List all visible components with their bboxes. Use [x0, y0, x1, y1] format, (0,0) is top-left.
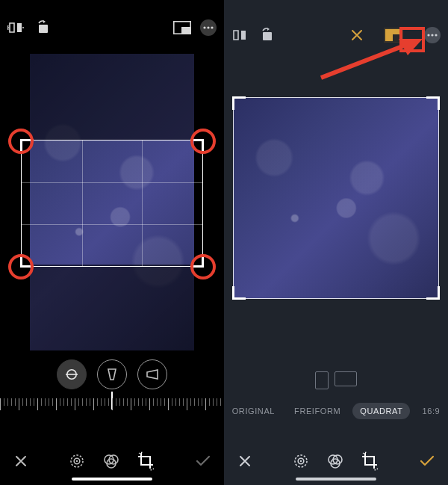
done-button[interactable] — [420, 455, 435, 467]
angle-ruler[interactable] — [0, 394, 224, 415]
aspect-ratio-icon[interactable] — [384, 28, 403, 43]
canvas[interactable] — [224, 75, 448, 358]
svg-point-26 — [300, 460, 302, 462]
crop-tab-icon[interactable] — [361, 451, 380, 471]
svg-rect-0 — [39, 25, 48, 33]
crop-handle-tr[interactable] — [190, 139, 204, 152]
flip-horizontal-icon[interactable] — [231, 28, 248, 43]
aspect-ratio-icon[interactable] — [173, 21, 191, 34]
crop-handle-tl[interactable] — [20, 139, 34, 152]
editor-pane-right: ORIGINAL FREIFORM QUADRAT 16:9 — [224, 0, 448, 485]
orientation-landscape[interactable] — [335, 371, 357, 386]
close-aspect-icon[interactable] — [351, 29, 363, 41]
top-toolbar — [224, 7, 448, 63]
ratio-option[interactable]: FREIFORM — [287, 403, 348, 419]
horizontal-perspective-button[interactable] — [137, 359, 167, 389]
crop-dim-bottom — [30, 265, 194, 350]
ratio-option[interactable]: 16:9 — [414, 403, 447, 419]
orientation-toggle — [315, 371, 357, 389]
filters-tab-icon[interactable] — [326, 452, 344, 470]
crop-handle-bl[interactable] — [232, 286, 246, 300]
rotate-icon[interactable] — [258, 28, 275, 43]
straighten-button[interactable] — [57, 359, 87, 389]
crop-handle-br[interactable] — [426, 286, 440, 300]
crop-dim-top — [30, 54, 194, 140]
more-icon[interactable] — [424, 27, 441, 43]
home-indicator — [296, 478, 376, 481]
adjust-row — [57, 359, 167, 389]
svg-point-19 — [427, 34, 429, 36]
svg-point-21 — [435, 34, 437, 36]
aspect-ratio-list[interactable]: ORIGINAL FREIFORM QUADRAT 16:9 — [224, 403, 448, 419]
done-button[interactable] — [196, 455, 211, 467]
svg-point-11 — [76, 460, 78, 462]
crop-handle-tl[interactable] — [232, 96, 246, 110]
top-toolbar — [0, 0, 224, 55]
crop-handle-tr[interactable] — [426, 96, 440, 110]
rotate-icon[interactable] — [34, 20, 51, 35]
vertical-perspective-button[interactable] — [97, 359, 127, 389]
ratio-option[interactable]: ORIGINAL — [225, 403, 282, 419]
crop-frame[interactable] — [21, 140, 203, 267]
crop-frame[interactable] — [233, 97, 439, 299]
cancel-button[interactable] — [238, 454, 252, 468]
svg-point-4 — [203, 26, 205, 28]
canvas[interactable] — [0, 54, 224, 350]
crop-handle-bl[interactable] — [20, 254, 34, 268]
adjust-tab-icon[interactable] — [292, 452, 310, 470]
svg-rect-17 — [393, 34, 402, 42]
svg-point-6 — [211, 26, 213, 28]
adjust-tab-icon[interactable] — [68, 452, 86, 470]
svg-rect-15 — [263, 32, 272, 40]
svg-point-20 — [431, 34, 433, 36]
svg-point-5 — [207, 26, 209, 28]
more-icon[interactable] — [200, 19, 217, 36]
editor-pane-left — [0, 0, 224, 485]
crop-tab-icon[interactable] — [137, 451, 156, 471]
crop-handle-br[interactable] — [190, 254, 204, 268]
cancel-button[interactable] — [14, 454, 28, 468]
orientation-portrait[interactable] — [315, 371, 329, 389]
flip-horizontal-icon[interactable] — [7, 20, 24, 35]
home-indicator — [72, 478, 152, 481]
svg-rect-2 — [181, 27, 190, 34]
filters-tab-icon[interactable] — [102, 452, 120, 470]
ratio-option[interactable]: QUADRAT — [352, 403, 410, 419]
